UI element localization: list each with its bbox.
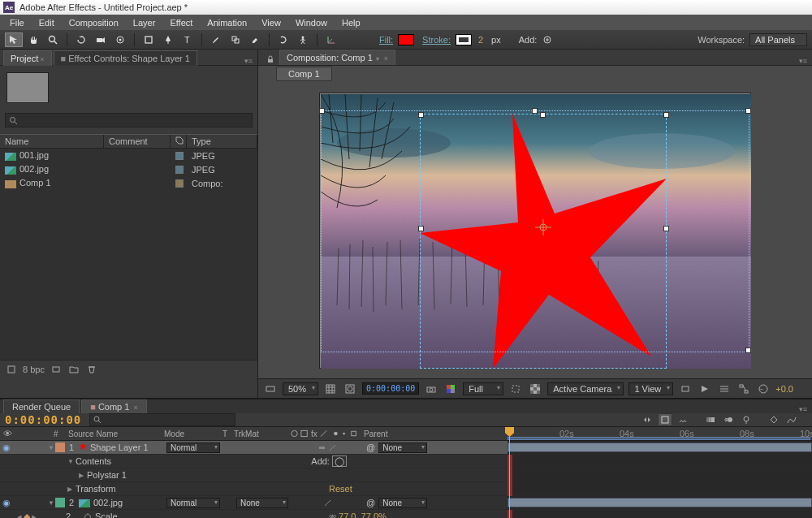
layer-track[interactable] bbox=[508, 441, 812, 455]
trkmat-dropdown[interactable]: None bbox=[236, 498, 288, 508]
text-tool-icon[interactable]: T bbox=[179, 32, 197, 47]
stroke-color-swatch[interactable] bbox=[456, 34, 472, 45]
new-folder-icon[interactable] bbox=[67, 363, 80, 376]
bpc-label[interactable]: 8 bpc bbox=[23, 365, 45, 374]
menu-layer[interactable]: Layer bbox=[127, 16, 162, 29]
col-label-icon[interactable] bbox=[171, 135, 187, 148]
stopwatch-icon[interactable] bbox=[84, 512, 92, 518]
selection-handle[interactable] bbox=[319, 108, 325, 114]
exposure-reset-icon[interactable] bbox=[756, 382, 771, 395]
timeline-current-time[interactable]: 0:00:00:00 bbox=[5, 413, 81, 426]
resolution-dropdown[interactable]: Full bbox=[463, 382, 503, 395]
mask-toggle-icon[interactable] bbox=[343, 382, 357, 395]
keyframe-indicator[interactable] bbox=[508, 468, 512, 482]
comp-mini-flowchart-icon[interactable] bbox=[640, 413, 654, 426]
layer-track[interactable] bbox=[508, 496, 812, 510]
project-item[interactable]: 001.jpgJPEG bbox=[0, 149, 257, 162]
col-type[interactable]: Type bbox=[187, 135, 257, 148]
menu-file[interactable]: File bbox=[3, 16, 31, 29]
selection-handle[interactable] bbox=[540, 112, 546, 118]
timeline-search-input[interactable] bbox=[89, 413, 235, 426]
timeline-layer-row[interactable]: ◉ ▼ 2 002.jpg Normal None @None bbox=[0, 496, 508, 510]
pixel-aspect-icon[interactable] bbox=[678, 382, 693, 395]
composition-panel-tab[interactable]: Composition: Comp 1▾× bbox=[279, 50, 395, 65]
flowchart-icon[interactable] bbox=[736, 382, 751, 395]
exposure-value[interactable]: +0.0 bbox=[775, 384, 793, 394]
twirl-icon[interactable]: ▼ bbox=[65, 458, 73, 465]
selection-handle[interactable] bbox=[663, 112, 669, 118]
selection-handle[interactable] bbox=[663, 226, 669, 231]
timeline-comp-tab[interactable]: ■ Comp 1 × bbox=[81, 399, 147, 413]
visibility-toggle-icon[interactable]: ◉ bbox=[0, 442, 11, 453]
camera-tool-icon[interactable] bbox=[92, 32, 110, 47]
delete-icon[interactable] bbox=[85, 363, 98, 376]
current-time-display[interactable]: 0:00:00:00 bbox=[362, 382, 419, 395]
local-axis-icon[interactable] bbox=[322, 32, 340, 47]
collapse-switch-icon[interactable] bbox=[318, 444, 326, 451]
comp-panel-menu-icon[interactable]: ▾≡ bbox=[799, 57, 807, 65]
label-color[interactable] bbox=[55, 498, 65, 507]
eraser-tool-icon[interactable] bbox=[246, 32, 264, 47]
project-search-input[interactable] bbox=[5, 113, 253, 127]
transparency-grid-icon[interactable] bbox=[528, 382, 542, 395]
current-time-indicator[interactable] bbox=[509, 427, 510, 518]
menu-composition[interactable]: Composition bbox=[63, 16, 125, 29]
keyframe-indicator[interactable] bbox=[508, 482, 512, 496]
blend-mode-dropdown[interactable]: Normal bbox=[166, 498, 220, 508]
parent-dropdown[interactable]: None bbox=[378, 498, 427, 508]
comp-flowchart-tab[interactable]: Comp 1 bbox=[276, 67, 332, 81]
project-item[interactable]: 002.jpgJPEG bbox=[0, 162, 257, 176]
effect-controls-panel-tab[interactable]: ■ Effect Controls: Shape Layer 1 bbox=[54, 50, 197, 66]
views-dropdown[interactable]: 1 View bbox=[628, 382, 673, 395]
render-queue-tab[interactable]: Render Queue bbox=[3, 399, 80, 413]
stroke-width-value[interactable]: 2 bbox=[478, 35, 483, 45]
fill-label[interactable]: Fill: bbox=[379, 35, 393, 45]
scale-value[interactable]: 77.0, 77.0% bbox=[339, 512, 387, 519]
add-property-icon[interactable]: ◯ bbox=[332, 455, 347, 467]
quality-switch-icon[interactable] bbox=[329, 444, 336, 451]
timeline-layer-row[interactable]: ◉ ▼ 1 Shape Layer 1 Normal @None bbox=[0, 441, 508, 455]
selection-handle[interactable] bbox=[418, 226, 424, 231]
constrain-icon[interactable]: ⚮ bbox=[329, 512, 336, 519]
pen-tool-icon[interactable] bbox=[159, 32, 177, 47]
magnification-dropdown[interactable]: 50% bbox=[283, 382, 318, 395]
blend-mode-dropdown[interactable]: Normal bbox=[166, 442, 220, 453]
roto-tool-icon[interactable] bbox=[274, 32, 292, 47]
motion-blur-icon[interactable] bbox=[721, 413, 736, 426]
selection-handle[interactable] bbox=[418, 112, 424, 118]
menu-window[interactable]: Window bbox=[289, 16, 334, 29]
hide-shy-icon[interactable] bbox=[676, 413, 690, 426]
pickwhip-icon[interactable]: @ bbox=[366, 442, 375, 452]
snapshot-icon[interactable] bbox=[424, 382, 438, 395]
project-panel-tab[interactable]: Project× bbox=[3, 50, 52, 66]
add-shape-icon[interactable] bbox=[542, 32, 553, 47]
selection-handle[interactable] bbox=[745, 347, 751, 353]
reset-link[interactable]: Reset bbox=[326, 484, 355, 494]
twirl-icon[interactable]: ▼ bbox=[45, 499, 54, 507]
twirl-icon[interactable]: ▼ bbox=[45, 444, 54, 451]
selection-handle[interactable] bbox=[745, 108, 751, 114]
work-area-bar[interactable] bbox=[508, 437, 810, 440]
timeline-property-row[interactable]: ▶ Polystar 1 bbox=[0, 468, 508, 482]
shape-tool-icon[interactable] bbox=[140, 32, 158, 47]
show-channel-icon[interactable] bbox=[443, 382, 458, 395]
brainstorm-icon[interactable] bbox=[739, 413, 754, 426]
timeline-property-row[interactable]: ▼ Contents Add: ◯ bbox=[0, 455, 508, 468]
selection-tool-icon[interactable] bbox=[5, 32, 23, 47]
menu-view[interactable]: View bbox=[255, 16, 287, 29]
menu-effect[interactable]: Effect bbox=[163, 16, 199, 29]
clone-tool-icon[interactable] bbox=[227, 32, 244, 47]
rotation-tool-icon[interactable] bbox=[72, 32, 90, 47]
timeline-property-row[interactable]: ◂◆▸ 2 Scale ⚮ 77.0, 77.0% bbox=[0, 510, 508, 518]
layer-track[interactable] bbox=[508, 482, 812, 496]
selection-handle[interactable] bbox=[532, 108, 538, 114]
keyframe-indicator[interactable] bbox=[508, 510, 512, 518]
label-color[interactable] bbox=[55, 442, 65, 452]
fast-previews-icon[interactable] bbox=[698, 382, 712, 395]
layer-track[interactable] bbox=[508, 510, 812, 518]
visibility-toggle-icon[interactable]: ◉ bbox=[0, 498, 11, 508]
pickwhip-icon[interactable]: @ bbox=[366, 498, 375, 507]
new-comp-icon[interactable] bbox=[50, 363, 63, 376]
lock-icon[interactable] bbox=[266, 55, 274, 63]
graph-editor-icon[interactable] bbox=[784, 413, 799, 426]
